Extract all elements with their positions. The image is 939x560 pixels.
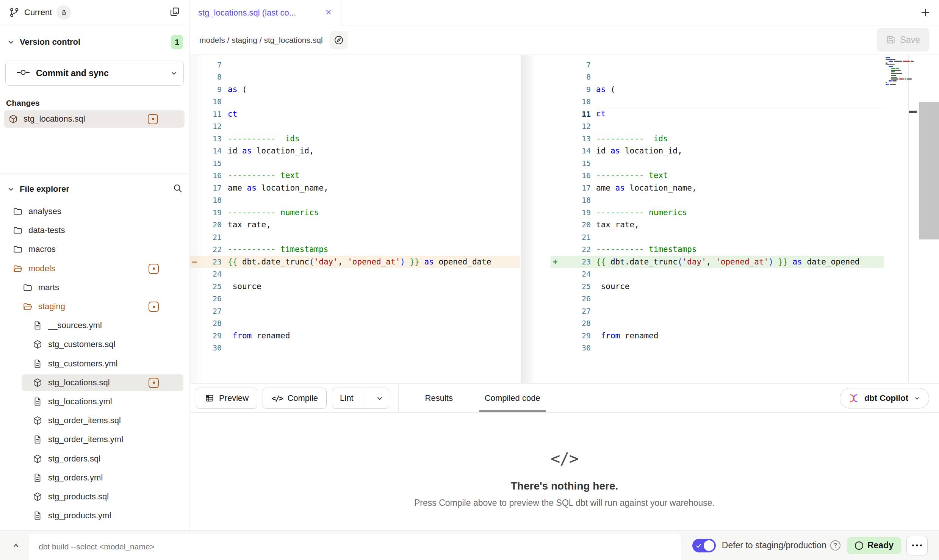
- dbt-copilot-button[interactable]: dbt Copilot: [840, 388, 929, 408]
- file-explorer-item-stg-products-yml[interactable]: stg_products.yml: [0, 506, 189, 525]
- file-explorer-header[interactable]: File explorer: [0, 181, 189, 197]
- code-line-19[interactable]: 19---------- numerics: [521, 206, 939, 219]
- file-explorer-item-data-tests[interactable]: data-tests: [0, 221, 189, 240]
- code-line-20[interactable]: 20tax_rate,: [521, 219, 939, 231]
- code-line-28[interactable]: 28: [190, 317, 520, 330]
- code-line-16[interactable]: 16---------- text: [521, 169, 939, 182]
- search-icon[interactable]: [172, 183, 183, 195]
- help-icon[interactable]: ?: [830, 540, 840, 551]
- defer-toggle[interactable]: [692, 539, 716, 552]
- file-explorer-item-marts[interactable]: marts: [0, 278, 189, 297]
- code-line-11[interactable]: 11ct: [190, 108, 520, 120]
- file-explorer-item-stg-products-sql[interactable]: stg_products.sql: [0, 487, 189, 506]
- code-line-27[interactable]: 27: [521, 305, 939, 318]
- code-line-15[interactable]: 15: [190, 157, 520, 170]
- code-line-15[interactable]: 15: [521, 157, 939, 170]
- diff-modified-pane[interactable]: 6789as (1011ct1213---------- ids14id as …: [521, 55, 939, 383]
- code-line-22[interactable]: 22---------- timestamps: [190, 243, 520, 256]
- code-line-14[interactable]: 14id as location_id,: [521, 145, 939, 157]
- code-line-23[interactable]: +23{{ dbt.date_trunc('day', 'opened_at')…: [521, 256, 939, 268]
- code-line-13[interactable]: 13---------- ids: [521, 133, 939, 145]
- compile-button[interactable]: </> Compile: [263, 388, 327, 409]
- file-explorer-item-stg-locations-yml[interactable]: stg_locations.yml: [0, 392, 189, 411]
- file-explorer-item-stg-locations-sql[interactable]: stg_locations.sql: [0, 373, 189, 392]
- commit-options-dropdown[interactable]: [164, 61, 183, 85]
- changes-count-badge: 1: [171, 35, 183, 49]
- code-line-17[interactable]: 17ame as location_name,: [190, 182, 520, 194]
- code-line-18[interactable]: 18: [521, 194, 939, 206]
- code-line-29[interactable]: 29 from renamed: [190, 330, 520, 342]
- tab-results[interactable]: Results: [420, 384, 458, 412]
- code-line-26[interactable]: 26: [190, 293, 520, 305]
- code-line-21[interactable]: 21: [190, 231, 520, 244]
- code-line-14[interactable]: 14id as location_id,: [190, 145, 520, 157]
- code-line-19[interactable]: 19---------- numerics: [190, 206, 520, 219]
- lineage-button[interactable]: [330, 31, 348, 49]
- code-line-12[interactable]: 12: [521, 120, 939, 133]
- code-line-28[interactable]: 28: [521, 317, 939, 330]
- code-line-27[interactable]: 27: [190, 305, 520, 318]
- file-explorer-item-staging[interactable]: staging: [0, 297, 189, 316]
- code-line-11[interactable]: 11ct: [521, 108, 939, 120]
- code-line-9[interactable]: 9as (: [521, 83, 939, 96]
- diff-editor[interactable]: 6789as (1011ct1213---------- ids14id as …: [190, 55, 939, 383]
- tab-stg-locations[interactable]: stg_locations.sql (last co...: [190, 0, 341, 25]
- code-line-23[interactable]: –23{{ dbt.date_trunc('day', 'opened_at')…: [190, 256, 520, 268]
- preview-button[interactable]: Preview: [196, 388, 257, 409]
- status-label: Ready: [867, 540, 894, 551]
- chevron-up-icon[interactable]: [8, 538, 23, 553]
- code-line-12[interactable]: 12: [190, 120, 520, 133]
- code-line-20[interactable]: 20tax_rate,: [190, 219, 520, 231]
- code-line-21[interactable]: 21: [521, 231, 939, 244]
- code-line-25[interactable]: 25 source: [190, 280, 520, 293]
- file-explorer-item-stg-orders-yml[interactable]: stg_orders.yml: [0, 468, 189, 487]
- file-explorer-item-stg-customers-yml[interactable]: stg_customers.yml: [0, 354, 189, 373]
- code-line-16[interactable]: 16---------- text: [190, 169, 520, 182]
- duplicate-icon[interactable]: [169, 6, 180, 19]
- file-explorer-item-macros[interactable]: macros: [0, 240, 189, 259]
- save-button[interactable]: Save: [877, 28, 929, 52]
- commit-and-sync-button[interactable]: Commit and sync: [5, 61, 184, 86]
- code-line-10[interactable]: 10: [190, 95, 520, 108]
- file-explorer-item-stg-order-items-yml[interactable]: stg_order_items.yml: [0, 430, 189, 449]
- pane-divider[interactable]: [520, 55, 520, 383]
- code-line-7[interactable]: 7: [190, 59, 520, 71]
- code-line-24[interactable]: 24: [521, 268, 939, 280]
- lint-options-dropdown[interactable]: [371, 393, 389, 403]
- code-line-30[interactable]: 30: [190, 342, 520, 354]
- code-line-9[interactable]: 9as (: [190, 83, 520, 96]
- code-line-10[interactable]: 10: [521, 95, 939, 108]
- code-line-22[interactable]: 22---------- timestamps: [521, 243, 939, 256]
- file-explorer-item-models[interactable]: models: [0, 259, 189, 278]
- version-control-header[interactable]: Version control 1: [0, 34, 189, 50]
- editor-scrollbar[interactable]: [919, 102, 939, 239]
- code-line-29[interactable]: 29 from renamed: [521, 330, 939, 342]
- code-line-17[interactable]: 17ame as location_name,: [521, 182, 939, 194]
- code-line-7[interactable]: 7: [521, 59, 939, 71]
- code-line-13[interactable]: 13---------- ids: [190, 133, 520, 145]
- code-line-26[interactable]: 26: [521, 293, 939, 305]
- code-line-18[interactable]: 18: [190, 194, 520, 206]
- overflow-menu-button[interactable]: [906, 536, 928, 555]
- code-line-6[interactable]: 6: [521, 55, 939, 59]
- file-name: staging: [38, 302, 65, 311]
- code-line-6[interactable]: 6: [190, 55, 520, 59]
- tab-compiled-code[interactable]: Compiled code: [479, 384, 546, 412]
- changed-file-stg-locations[interactable]: stg_locations.sql: [4, 110, 185, 128]
- new-tab-icon[interactable]: [919, 6, 931, 19]
- file-explorer-item-stg-customers-sql[interactable]: stg_customers.sql: [0, 335, 189, 354]
- minimap[interactable]: [884, 55, 908, 85]
- code-line-8[interactable]: 8: [190, 71, 520, 83]
- code-line-30[interactable]: 30: [521, 342, 939, 354]
- file-explorer-item-stg-order-items-sql[interactable]: stg_order_items.sql: [0, 411, 189, 430]
- file-explorer-item--sources-yml[interactable]: __sources.yml: [0, 316, 189, 335]
- diff-original-pane[interactable]: 6789as (1011ct1213---------- ids14id as …: [190, 55, 520, 383]
- lint-button[interactable]: Lint: [332, 388, 389, 409]
- code-line-25[interactable]: 25 source: [521, 280, 939, 293]
- file-explorer-item-analyses[interactable]: analyses: [0, 202, 189, 221]
- code-line-24[interactable]: 24: [190, 268, 520, 280]
- file-explorer-item-stg-orders-sql[interactable]: stg_orders.sql: [0, 449, 189, 468]
- code-line-8[interactable]: 8: [521, 71, 939, 83]
- close-icon[interactable]: [324, 8, 333, 18]
- command-input[interactable]: dbt build --select <model_name>: [29, 533, 681, 560]
